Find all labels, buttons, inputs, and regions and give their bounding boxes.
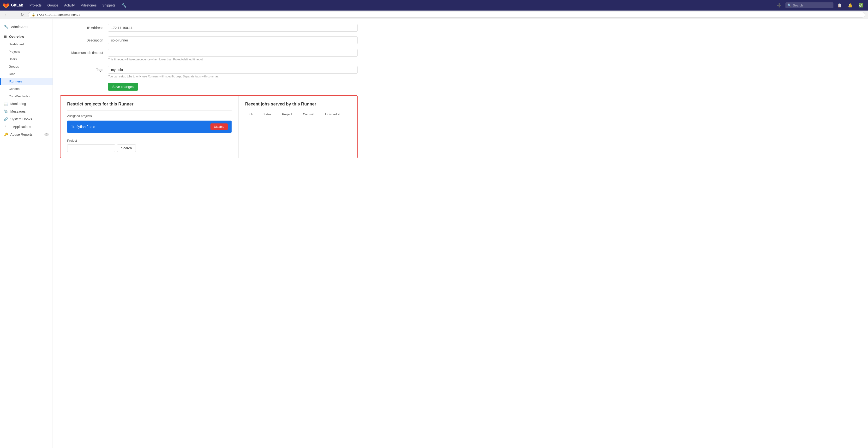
highlight-inner: Restrict projects for this Runner Assign…	[60, 96, 357, 158]
groups-label: Groups	[9, 65, 19, 68]
restrict-section-title: Restrict projects for this Runner	[67, 102, 231, 107]
system-hooks-label: System Hooks	[10, 117, 32, 121]
monitoring-label: Monitoring	[10, 102, 26, 106]
nav-activity[interactable]: Activity	[62, 2, 77, 9]
applications-label: Applications	[13, 125, 31, 129]
sidebar-item-cohorts[interactable]: Cohorts	[0, 85, 53, 93]
max-job-timeout-input[interactable]	[108, 49, 358, 57]
recent-jobs-title: Recent jobs served by this Runner	[245, 102, 350, 107]
project-search-input[interactable]	[67, 144, 115, 152]
app-layout: 🔧 Admin Area ⊞ Overview Dashboard Projec…	[0, 19, 868, 448]
url-text: 172.17.100.11/admin/runners/1	[37, 13, 80, 16]
refresh-button[interactable]: ↻	[19, 12, 25, 18]
sidebar-header: 🔧 Admin Area	[0, 22, 53, 33]
col-status: Status	[260, 110, 279, 118]
nav-right: ➕ 🔍 📋 🔔 ✅	[775, 2, 865, 9]
wrench-icon: 🔧	[121, 3, 126, 8]
sidebar-item-users[interactable]: Users	[0, 56, 53, 63]
ip-address-input[interactable]	[108, 24, 358, 32]
sidebar-overview-group[interactable]: ⊞ Overview	[0, 33, 53, 40]
project-search-row: Search	[67, 144, 231, 152]
forward-button[interactable]: →	[11, 12, 18, 18]
col-project: Project	[279, 110, 300, 118]
lock-icon: 🔒	[32, 13, 35, 16]
gitlab-logo-icon	[3, 2, 9, 8]
sidebar-item-dashboard[interactable]: Dashboard	[0, 40, 53, 48]
sidebar-item-monitoring[interactable]: 📊 Monitoring	[0, 100, 53, 108]
abuse-reports-label: Abuse Reports	[10, 133, 33, 136]
col-finished-at: Finished at	[322, 110, 350, 118]
assigned-project-row: TL-flyfish / solo Disable	[67, 120, 231, 133]
bell-button[interactable]: 🔔	[846, 2, 855, 9]
message-icon: 📡	[4, 109, 8, 113]
sidebar: 🔧 Admin Area ⊞ Overview Dashboard Projec…	[0, 19, 53, 448]
convdev-label: ConvDev Index	[9, 95, 30, 98]
logo-area[interactable]: GitLab	[3, 2, 23, 8]
monitor-icon: 📊	[4, 102, 8, 106]
save-changes-button[interactable]: Save changes	[108, 83, 138, 91]
nav-snippets[interactable]: Snippets	[100, 2, 118, 9]
projects-label: Projects	[9, 50, 20, 54]
nav-groups[interactable]: Groups	[45, 2, 61, 9]
hook-icon: 🔗	[4, 117, 8, 121]
check-button[interactable]: ✅	[857, 2, 865, 9]
nav-projects[interactable]: Projects	[27, 2, 44, 9]
col-job: Job	[245, 110, 260, 118]
assigned-projects-label: Assigned projects	[67, 114, 231, 118]
sidebar-item-jobs[interactable]: Jobs	[0, 70, 53, 78]
sidebar-item-projects[interactable]: Projects	[0, 48, 53, 56]
tags-wrapper: You can setup jobs to only use Runners w…	[108, 66, 358, 78]
sidebar-item-abuse-reports[interactable]: 🔑 Abuse Reports 0	[0, 131, 53, 138]
clipboard-button[interactable]: 📋	[835, 2, 844, 9]
jobs-label: Jobs	[9, 72, 15, 76]
recent-jobs-section: Recent jobs served by this Runner Job St…	[239, 96, 357, 158]
disable-button[interactable]: Disable	[211, 124, 227, 130]
project-search-area: Project Search	[67, 139, 231, 152]
highlight-box: Restrict projects for this Runner Assign…	[60, 95, 358, 158]
sidebar-item-runners[interactable]: Runners	[0, 78, 53, 85]
tags-input[interactable]	[108, 66, 358, 74]
save-button-row: Save changes	[108, 83, 358, 91]
sidebar-item-messages[interactable]: 📡 Messages	[0, 108, 53, 115]
dashboard-label: Dashboard	[9, 42, 24, 46]
col-commit: Commit	[300, 110, 322, 118]
project-label: Project	[67, 139, 231, 142]
nav-links: Projects Groups Activity Milestones Snip…	[27, 2, 771, 9]
back-button[interactable]: ←	[3, 12, 9, 18]
jobs-table: Job Status Project Commit Finished at	[245, 110, 350, 118]
overview-label: Overview	[9, 35, 24, 39]
assigned-project-name: TL-flyfish / solo	[71, 125, 211, 129]
search-box[interactable]: 🔍	[785, 2, 833, 8]
cohorts-label: Cohorts	[9, 87, 20, 91]
ip-address-label: IP Address	[60, 24, 103, 30]
main-content: IP Address Description Maximum job timeo…	[53, 19, 868, 448]
sidebar-item-convdev[interactable]: ConvDev Index	[0, 93, 53, 100]
sidebar-item-system-hooks[interactable]: 🔗 System Hooks	[0, 115, 53, 123]
content-inner: IP Address Description Maximum job timeo…	[53, 19, 365, 163]
browser-nav-controls: ← → ↻	[3, 12, 25, 18]
tags-hint: You can setup jobs to only use Runners w…	[108, 75, 358, 78]
search-icon: 🔍	[787, 3, 792, 7]
max-job-timeout-hint: This timeout will take precedence when l…	[108, 58, 358, 61]
project-search-button[interactable]: Search	[117, 144, 136, 152]
description-label: Description	[60, 36, 103, 42]
runners-label: Runners	[9, 79, 22, 83]
plus-button[interactable]: ➕	[775, 2, 783, 9]
description-input[interactable]	[108, 36, 358, 44]
ip-address-group: IP Address	[60, 24, 358, 32]
search-input[interactable]	[793, 4, 832, 7]
description-group: Description	[60, 36, 358, 44]
restrict-divider	[67, 110, 231, 111]
ip-address-wrapper	[108, 24, 358, 32]
users-label: Users	[9, 57, 17, 61]
sidebar-item-applications[interactable]: ⋮⋮ Applications	[0, 123, 53, 131]
sidebar-item-groups[interactable]: Groups	[0, 63, 53, 70]
url-bar[interactable]: 🔒 172.17.100.11/admin/runners/1	[28, 12, 865, 18]
max-job-timeout-label: Maximum job timeout	[60, 49, 103, 55]
apps-icon: ⋮⋮	[4, 125, 10, 129]
tags-label: Tags	[60, 66, 103, 72]
gitlab-label: GitLab	[11, 3, 23, 7]
max-job-timeout-wrapper: This timeout will take precedence when l…	[108, 49, 358, 61]
nav-milestones[interactable]: Milestones	[78, 2, 99, 9]
description-wrapper	[108, 36, 358, 44]
